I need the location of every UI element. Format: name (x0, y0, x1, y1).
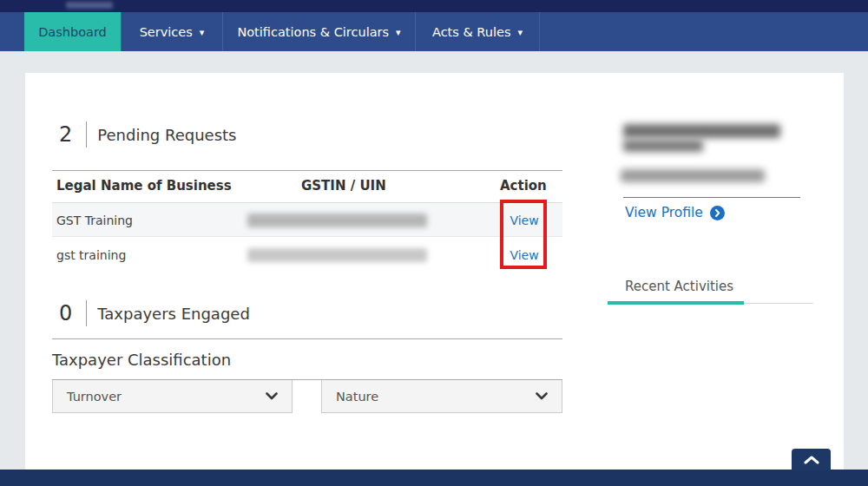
nav-item-services[interactable]: Services ▾ (121, 12, 223, 51)
redacted-business-name (623, 140, 703, 152)
nav-label: Dashboard (38, 25, 107, 39)
tab-strip-line (744, 303, 813, 304)
view-profile-link[interactable]: View Profile (625, 205, 725, 220)
chevron-up-icon (804, 456, 819, 464)
nature-select-value: Nature (336, 390, 378, 404)
dashboard-card: 2 Pending Requests Legal Name of Busines… (25, 73, 844, 470)
section-divider (52, 338, 562, 339)
chevron-down-icon (536, 392, 548, 400)
gst-portal-page: Dashboard Services ▾ Notifications & Cir… (0, 0, 868, 486)
redacted-topbar-text (66, 2, 113, 9)
redacted-business-name (623, 124, 780, 138)
column-header-gstin: GSTIN / UIN (301, 178, 386, 194)
profile-divider (623, 197, 800, 198)
section-divider (52, 170, 562, 171)
nav-label: Acts & Rules (432, 25, 511, 39)
taxpayers-engaged-heading: 0 Taxpayers Engaged (59, 300, 250, 326)
divider (86, 122, 87, 148)
table-row: GST Training View (52, 202, 562, 237)
chevron-down-icon: ▾ (396, 27, 401, 38)
nav-label: Services (140, 25, 193, 39)
table-row: gst training View (52, 238, 562, 273)
column-header-action: Action (500, 178, 547, 194)
pending-requests-title: Pending Requests (97, 126, 236, 144)
turnover-select[interactable]: Turnover (52, 380, 293, 413)
chevron-down-icon: ▾ (200, 27, 205, 38)
nav-label: Notifications & Circulars (237, 25, 389, 39)
chevron-right-circle-icon (710, 206, 725, 220)
divider (86, 300, 87, 326)
column-header-legal-name: Legal Name of Business (56, 178, 232, 194)
annotation-highlight-red-box (500, 200, 547, 269)
back-to-top-button[interactable] (792, 449, 831, 470)
turnover-select-value: Turnover (67, 390, 122, 404)
taxpayers-engaged-title: Taxpayers Engaged (97, 305, 250, 323)
pending-requests-count: 2 (59, 122, 72, 147)
redacted-gstin-value (247, 248, 427, 262)
main-navbar: Dashboard Services ▾ Notifications & Cir… (0, 12, 868, 51)
chevron-down-icon: ▾ (518, 27, 523, 38)
top-utility-bar (0, 0, 868, 12)
pending-requests-heading: 2 Pending Requests (59, 122, 236, 148)
taxpayers-engaged-count: 0 (59, 301, 72, 325)
nav-item-notifications-circulars[interactable]: Notifications & Circulars ▾ (223, 12, 416, 51)
taxpayer-classification-title: Taxpayer Classification (52, 351, 231, 369)
tab-recent-activities[interactable]: Recent Activities (625, 279, 733, 294)
redacted-gstin-value (247, 213, 427, 227)
chevron-down-icon (266, 392, 278, 400)
view-profile-label: View Profile (625, 205, 703, 220)
legal-name-cell: gst training (56, 248, 126, 262)
nav-item-dashboard[interactable]: Dashboard (24, 12, 121, 51)
legal-name-cell: GST Training (56, 213, 133, 227)
redacted-gstin (621, 169, 765, 182)
active-tab-indicator (608, 301, 744, 305)
nature-select[interactable]: Nature (321, 380, 562, 413)
nav-item-acts-rules[interactable]: Acts & Rules ▾ (416, 12, 540, 51)
footer-bar (0, 470, 868, 486)
